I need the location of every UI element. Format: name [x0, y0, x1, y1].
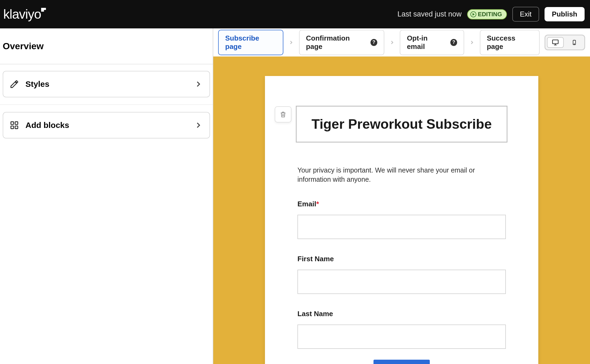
last-saved-text: Last saved just now — [397, 10, 461, 18]
exit-button[interactable]: Exit — [512, 7, 539, 22]
mobile-view-button[interactable] — [566, 37, 583, 48]
desktop-view-button[interactable] — [547, 37, 564, 48]
step-label: Confirmation page — [306, 34, 367, 51]
steps: Subscribe page Confirmation page ? Opt-i… — [218, 30, 540, 55]
field-email: Email* — [297, 200, 506, 239]
svg-rect-2 — [11, 126, 14, 129]
step-success-page[interactable]: Success page — [480, 30, 540, 55]
step-label: Success page — [487, 34, 533, 51]
sidebar-item-add-blocks[interactable]: Add blocks — [3, 112, 210, 138]
form-title: Tiger Preworkout Subscribe — [312, 117, 492, 132]
privacy-text[interactable]: Your privacy is important. We will never… — [297, 166, 506, 184]
sidebar-title: Overview — [0, 28, 213, 64]
mobile-icon — [571, 39, 577, 46]
brand-logo: klaviyo — [3, 7, 46, 22]
divider — [0, 104, 213, 105]
step-bar: Subscribe page Confirmation page ? Opt-i… — [213, 28, 590, 57]
help-icon[interactable]: ? — [450, 39, 457, 46]
chevron-right-icon — [288, 39, 294, 45]
status-badge-label: EDITING — [478, 11, 502, 18]
brand-text: klaviyo — [3, 7, 41, 21]
sidebar-item-label: Styles — [25, 80, 49, 89]
field-label: Email* — [297, 200, 506, 208]
form-card: Tiger Preworkout Subscribe Your privacy … — [265, 76, 538, 364]
chevron-right-icon — [194, 121, 203, 130]
first-name-input[interactable] — [297, 270, 506, 294]
sidebar: Overview Styles Add blocks — [0, 28, 213, 364]
field-label-text: Email — [297, 200, 316, 208]
step-label: Opt-in email — [407, 34, 446, 51]
email-input[interactable] — [297, 215, 506, 239]
field-last-name: Last Name — [297, 310, 506, 349]
view-toggle — [545, 35, 585, 50]
delete-block-button[interactable] — [275, 106, 291, 123]
trash-icon — [280, 111, 287, 118]
svg-rect-0 — [11, 122, 14, 124]
canvas-area: Tiger Preworkout Subscribe Your privacy … — [213, 57, 590, 364]
status-badge: EDITING — [467, 9, 507, 19]
step-opt-in-email[interactable]: Opt-in email ? — [400, 30, 464, 55]
field-label: First Name — [297, 255, 506, 263]
field-first-name: First Name — [297, 255, 506, 294]
play-circle-icon — [470, 11, 476, 17]
required-asterisk: * — [316, 200, 319, 208]
pencil-icon — [10, 80, 19, 89]
help-icon[interactable]: ? — [371, 39, 377, 46]
last-name-input[interactable] — [297, 325, 506, 349]
field-label: Last Name — [297, 310, 506, 318]
sidebar-item-styles[interactable]: Styles — [3, 71, 210, 97]
desktop-icon — [552, 39, 559, 46]
svg-point-6 — [574, 44, 575, 44]
brand-flag-icon — [41, 8, 46, 12]
publish-button[interactable]: Publish — [545, 7, 585, 21]
top-bar: klaviyo Last saved just now EDITING Exit… — [0, 0, 590, 28]
chevron-right-icon — [194, 80, 203, 89]
grid-icon — [10, 121, 19, 130]
svg-rect-1 — [15, 122, 18, 124]
chevron-right-icon — [469, 39, 475, 45]
step-confirmation-page[interactable]: Confirmation page ? — [299, 30, 384, 55]
chevron-right-icon — [389, 39, 395, 45]
sidebar-item-label: Add blocks — [25, 121, 69, 130]
form-title-block[interactable]: Tiger Preworkout Subscribe — [296, 106, 507, 143]
svg-rect-4 — [553, 40, 558, 44]
subscribe-button[interactable]: Subscribe — [373, 360, 430, 364]
step-subscribe-page[interactable]: Subscribe page — [218, 30, 283, 55]
step-label: Subscribe page — [225, 34, 276, 51]
svg-rect-3 — [15, 126, 18, 129]
